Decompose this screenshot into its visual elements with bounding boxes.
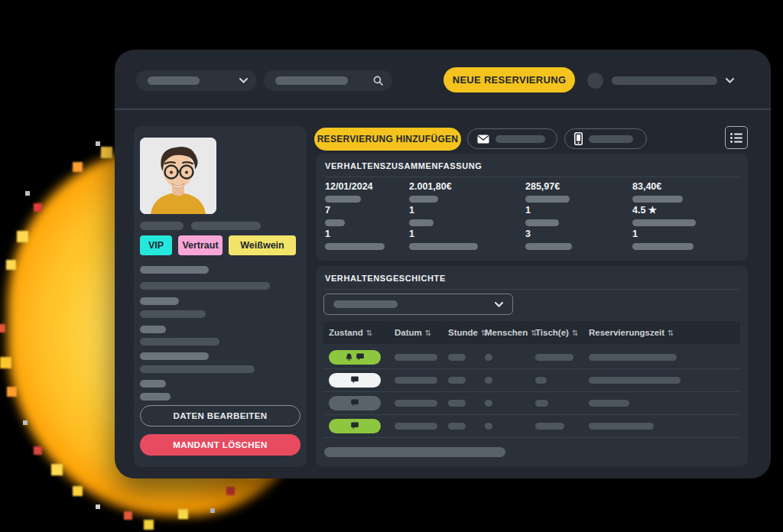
menschen-placeholder-bar [485, 354, 492, 361]
column-header-reservierungszeit[interactable]: Reservierungszeit⇅ [589, 328, 740, 337]
chevron-down-icon [239, 78, 248, 83]
zeit-placeholder-bar [589, 377, 681, 384]
stat-last-visit: 12/01/2024 [325, 182, 409, 203]
detail-placeholder-bar [140, 326, 166, 333]
sort-icon: ⇅ [425, 329, 431, 337]
stat-label-placeholder [525, 243, 572, 250]
location-select[interactable] [136, 70, 257, 91]
zeit-placeholder-bar [589, 423, 654, 430]
column-label: Reservierungszeit [589, 328, 664, 337]
select-placeholder-bar [148, 76, 200, 85]
sort-icon: ⇅ [366, 329, 372, 337]
stat-count: 1 [409, 206, 525, 226]
status-pill-white[interactable] [329, 373, 381, 388]
summary-stats-row: 12/01/2024 2.001,80€ 285,97€ 83,40€ [325, 182, 739, 203]
pagination-placeholder-bar [324, 447, 505, 457]
behavior-summary-panel: VERHALTENSZUSAMMENFASSUNG 12/01/2024 2.0… [316, 154, 748, 261]
column-header-menschen[interactable]: Menschen⇅ [485, 328, 535, 337]
add-reservation-button[interactable]: RESERVIERUNG HINZUFÜGEN [314, 128, 461, 151]
name-placeholder-bar [140, 222, 184, 230]
divider [325, 289, 739, 290]
zeit-placeholder-bar [589, 400, 629, 407]
app-window: NEUE RESERVIERUNG [115, 50, 771, 478]
column-header-datum[interactable]: Datum⇅ [395, 328, 448, 337]
tag-vertraut: Vertraut [178, 235, 223, 255]
stat-value: 285,97€ [525, 182, 632, 192]
envelope-icon [477, 135, 489, 144]
summary-title: VERHALTENSZUSAMMENFASSUNG [325, 161, 482, 170]
portrait-illustration [140, 138, 216, 214]
zeit-placeholder-bar [589, 354, 677, 361]
stat-rating: 4.5 ★ [632, 206, 739, 226]
smartphone-icon [574, 132, 583, 145]
history-table-row[interactable] [323, 345, 740, 368]
chat-bubble-icon [351, 399, 359, 407]
stunde-placeholder-bar [448, 377, 466, 384]
datum-placeholder-bar [395, 377, 437, 384]
new-reservation-button[interactable]: NEUE RESERVIERUNG [443, 67, 575, 92]
name-placeholder-bar [191, 222, 261, 230]
status-pill-green[interactable] [329, 350, 381, 365]
topbar: NEUE RESERVIERUNG [115, 50, 771, 110]
phone-placeholder-bar [589, 135, 633, 143]
summary-stats-row: 1 1 3 1 [325, 229, 739, 250]
list-view-button[interactable] [725, 126, 748, 149]
stat-count: 3 [525, 229, 632, 250]
stat-label-placeholder [632, 219, 696, 226]
column-label: Stunde [448, 328, 478, 337]
detail-placeholder-bar [140, 393, 171, 401]
tag-weisswein: Weißwein [229, 235, 296, 255]
history-table-header: Zustand⇅ Datum⇅ Stunde⇅ Menschen⇅ Tisch(… [323, 321, 740, 344]
stat-avg-spend: 285,97€ [525, 182, 632, 203]
history-filter-dropdown[interactable] [323, 294, 513, 315]
detail-placeholder-bar [140, 352, 209, 360]
history-table-row[interactable] [323, 414, 740, 437]
chat-bubble-icon [351, 376, 359, 384]
column-header-stunde[interactable]: Stunde⇅ [448, 328, 485, 337]
search-input[interactable] [264, 70, 392, 91]
stat-label-placeholder [409, 219, 434, 226]
username-placeholder-bar [612, 76, 717, 85]
edit-data-button[interactable]: DATEN BEARBEITEN [140, 405, 301, 427]
stat-value: 1 [409, 229, 525, 239]
column-label: Tisch(e) [535, 328, 569, 337]
detail-placeholder-bar [140, 365, 255, 373]
client-photo [140, 138, 216, 214]
history-table-row[interactable] [323, 391, 740, 414]
column-header-zustand[interactable]: Zustand⇅ [329, 328, 395, 337]
stat-label-placeholder [525, 196, 570, 203]
chat-bubble-icon [356, 353, 364, 361]
stat-count: 1 [325, 229, 409, 250]
summary-stats-row: 7 1 1 4.5 ★ [325, 206, 739, 226]
email-contact-pill[interactable] [467, 128, 557, 149]
history-table-row[interactable] [323, 368, 740, 391]
user-menu[interactable] [587, 69, 754, 92]
column-header-tische[interactable]: Tisch(e)⇅ [535, 328, 589, 337]
stat-label-placeholder [325, 219, 345, 226]
stat-total-spend: 2.001,80€ [409, 182, 525, 203]
stat-label-placeholder [525, 219, 559, 226]
status-pill-green[interactable] [329, 419, 381, 433]
stat-count: 1 [632, 229, 739, 250]
stat-value: 1 [632, 229, 739, 239]
detail-placeholder-bar [140, 338, 219, 345]
datum-placeholder-bar [395, 354, 437, 361]
stat-count: 1 [409, 229, 525, 250]
stat-label-placeholder [409, 196, 438, 203]
stat-value: 1 [525, 206, 632, 216]
status-pill-gray[interactable] [329, 396, 381, 410]
tische-placeholder-bar [535, 377, 547, 384]
stat-label-placeholder [632, 243, 694, 250]
stunde-placeholder-bar [448, 423, 466, 430]
search-icon [373, 76, 383, 86]
stat-value: 1 [409, 206, 525, 216]
detail-placeholder-bar [140, 310, 206, 318]
page-background: NEUE RESERVIERUNG [0, 0, 783, 532]
stat-count: 1 [525, 206, 632, 226]
detail-placeholder-bar [140, 282, 270, 290]
tische-placeholder-bar [535, 400, 548, 407]
stat-label-placeholder [325, 196, 361, 203]
stunde-placeholder-bar [448, 400, 466, 407]
delete-client-button[interactable]: MANDANT LÖSCHEN [140, 434, 301, 456]
phone-contact-pill[interactable] [564, 128, 647, 149]
